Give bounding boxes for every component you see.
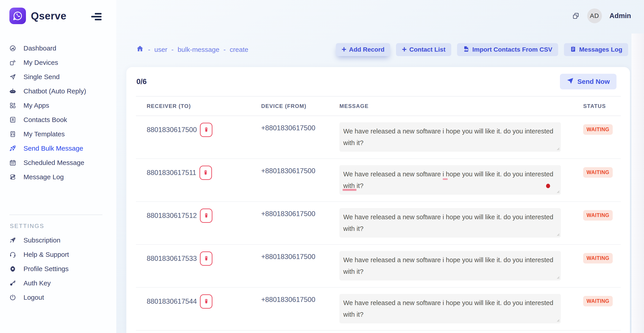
breadcrumb-separator: - [171, 46, 174, 53]
template-doc-icon [9, 130, 16, 138]
bulk-message-card: 0/6 Send Now RECEIVER (TO) DEVICE (FROM)… [126, 67, 630, 333]
delete-row-button[interactable] [200, 123, 212, 137]
sidebar-item-chatbot[interactable]: Chatbot (Auto Reply) [0, 84, 116, 98]
sidebar-menu: Dashboard My Devices Single Send Chatbot… [0, 41, 116, 184]
status-badge: WAITING [583, 124, 613, 135]
contacts-book-icon [9, 116, 16, 124]
receiver-number: 8801830617544 [147, 298, 197, 306]
user-name[interactable]: Admin [610, 12, 631, 20]
resize-handle-icon[interactable] [556, 233, 560, 237]
table-row: 8801830617512 +8801830617500 We have rel… [136, 202, 621, 245]
table-row: 8801830617533 +8801830617500 We have rel… [136, 245, 621, 288]
topbar-user-area: AD Admin [572, 8, 631, 23]
brand-name: Qserve [31, 10, 66, 22]
sidebar: Qserve Dashboard My Devices Single Send … [0, 0, 116, 333]
grammar-dot-icon [546, 184, 550, 188]
resize-handle-icon[interactable] [556, 319, 560, 322]
trash-icon [202, 169, 209, 176]
sidebar-toggle-icon[interactable] [91, 13, 102, 20]
card-toolbar: 0/6 Send Now [126, 67, 630, 96]
sidebar-item-my-devices[interactable]: My Devices [0, 55, 116, 70]
settings-menu: Subscription Help & Support Profile Sett… [0, 233, 116, 305]
breadcrumb-create[interactable]: create [230, 46, 248, 53]
device-number: +8801830617500 [261, 202, 340, 244]
sidebar-item-dashboard[interactable]: Dashboard [0, 41, 116, 55]
trash-icon [203, 212, 209, 219]
status-badge: WAITING [583, 210, 613, 221]
delete-row-button[interactable] [200, 209, 212, 223]
message-textarea[interactable]: We have released a new software i hope y… [340, 251, 561, 281]
sidebar-item-send-bulk-message[interactable]: Send Bulk Message [0, 141, 116, 156]
status-badge: WAITING [583, 296, 613, 307]
table-row: 8801830617500 +8801830617500 We have rel… [136, 116, 621, 159]
copy-icon[interactable] [572, 12, 580, 20]
avatar[interactable]: AD [587, 8, 602, 23]
send-icon [567, 77, 574, 86]
trash-icon [203, 298, 209, 305]
table-header: RECEIVER (TO) DEVICE (FROM) MESSAGE STAT… [136, 96, 621, 116]
col-receiver: RECEIVER (TO) [136, 103, 261, 109]
sidebar-item-scheduled-message[interactable]: Scheduled Message [0, 156, 116, 170]
status-badge: WAITING [583, 167, 613, 178]
sidebar-item-my-templates[interactable]: My Templates [0, 127, 116, 141]
message-textarea[interactable]: We have released a new software i hope y… [340, 165, 561, 195]
delete-row-button[interactable] [200, 294, 212, 309]
message-text: We have released a new software i hope y… [343, 254, 556, 277]
device-number: +8801830617500 [261, 116, 340, 158]
breadcrumb-separator: - [224, 46, 226, 53]
resize-handle-icon[interactable] [556, 276, 560, 279]
scrollbar-track[interactable] [632, 33, 644, 333]
message-textarea[interactable]: We have released a new software i hope y… [340, 208, 561, 238]
trash-icon [203, 255, 209, 262]
message-text: We have released a new software i hope y… [343, 168, 556, 192]
resize-handle-icon[interactable] [556, 190, 560, 194]
sidebar-item-subscription[interactable]: Subscription [0, 233, 116, 247]
sidebar-item-profile-settings[interactable]: Profile Settings [0, 262, 116, 276]
table-row: 8801830617511 +8801830617500 We have rel… [136, 159, 621, 202]
message-text: We have released a new software i hope y… [343, 211, 556, 234]
settings-section-label: SETTINGS [10, 223, 44, 230]
breadcrumb: - user - bulk-message - create [136, 45, 248, 54]
device-signal-icon [9, 59, 16, 66]
key-icon [9, 279, 16, 287]
receiver-number: 8801830617512 [147, 212, 197, 220]
sidebar-item-help-support[interactable]: Help & Support [0, 247, 116, 262]
send-now-button[interactable]: Send Now [560, 74, 616, 89]
calendar-icon [9, 159, 16, 166]
resize-handle-icon[interactable] [556, 147, 560, 151]
message-textarea[interactable]: We have released a new software i hope y… [340, 122, 561, 152]
receiver-number: 8801830617511 [147, 169, 196, 177]
power-icon [9, 294, 16, 301]
sidebar-item-single-send[interactable]: Single Send [0, 70, 116, 84]
brand[interactable]: Qserve [10, 7, 66, 24]
contact-list-button[interactable]: + Contact List [396, 43, 451, 56]
breadcrumb-bulk-message[interactable]: bulk-message [178, 46, 219, 53]
paper-plane-icon [9, 73, 16, 81]
apps-grid-plus-icon [9, 102, 16, 109]
delete-row-button[interactable] [200, 251, 212, 266]
plus-icon: + [342, 45, 346, 53]
breadcrumb-user[interactable]: user [154, 46, 167, 53]
trash-icon [203, 126, 209, 133]
headset-icon [9, 251, 16, 258]
sidebar-item-contacts-book[interactable]: Contacts Book [0, 113, 116, 127]
messages-log-button[interactable]: Messages Log [564, 43, 628, 56]
sidebar-item-my-apps[interactable]: My Apps [0, 98, 116, 113]
import-contacts-csv-button[interactable]: CSV Import Contacts From CSV [457, 43, 558, 56]
delete-row-button[interactable] [200, 166, 212, 180]
home-icon[interactable] [136, 45, 144, 54]
robot-icon [9, 87, 16, 95]
message-text: We have released a new software i hope y… [343, 297, 556, 320]
sidebar-item-message-log[interactable]: Message Log [0, 170, 116, 184]
rocket-icon [9, 145, 16, 152]
device-number: +8801830617500 [261, 159, 340, 201]
toggles-icon [9, 173, 16, 181]
col-status: STATUS [583, 103, 621, 109]
bulk-message-table: RECEIVER (TO) DEVICE (FROM) MESSAGE STAT… [136, 96, 621, 331]
sidebar-item-auth-key[interactable]: Auth Key [0, 276, 116, 290]
spellcheck-underline-icon [342, 189, 356, 191]
status-badge: WAITING [583, 253, 613, 264]
message-textarea[interactable]: We have released a new software i hope y… [340, 294, 561, 324]
sidebar-item-logout[interactable]: Logout [0, 290, 116, 305]
add-record-button[interactable]: + Add Record [336, 43, 390, 56]
